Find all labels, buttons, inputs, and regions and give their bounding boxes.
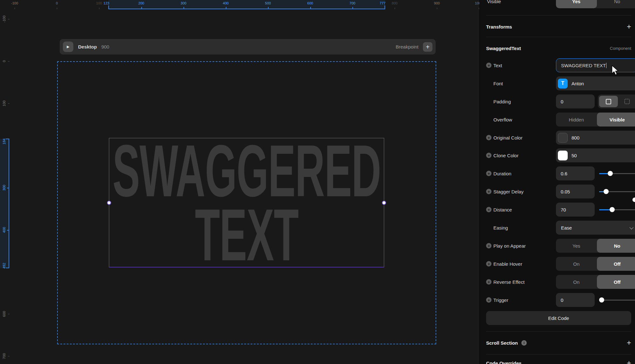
transforms-title: Transforms	[486, 24, 512, 29]
stagger-delay-slider[interactable]	[599, 185, 635, 198]
scroll-section-title: Scroll Section	[486, 340, 518, 346]
trigger-value: 0	[561, 297, 563, 303]
mouse-cursor	[612, 65, 621, 76]
clone-color-picker[interactable]: 50	[556, 148, 635, 162]
breakpoint-label: Breakpoint	[396, 44, 418, 49]
duration-value: 0.6	[561, 171, 567, 176]
visible-no-option[interactable]: No	[597, 0, 635, 8]
padding-uniform-option[interactable]	[599, 96, 618, 107]
overflow-hidden-option[interactable]: Hidden	[556, 113, 597, 127]
ruler-selection-range	[109, 0, 385, 10]
connect-property-icon[interactable]: +	[486, 171, 491, 176]
breakpoint-width[interactable]: 900	[101, 44, 109, 49]
ruler-tick-label: 800	[392, 1, 398, 5]
distance-input[interactable]: 70	[556, 203, 595, 217]
connect-property-icon[interactable]: +	[486, 207, 491, 212]
original-color-value: 800	[572, 135, 579, 140]
easing-value: Ease	[561, 225, 572, 231]
trigger-input[interactable]: 0	[556, 293, 595, 307]
padding-label: Padding	[493, 99, 511, 104]
distance-slider[interactable]	[599, 203, 635, 217]
panel-scrollbar-thumb[interactable]	[632, 198, 635, 202]
connect-property-icon[interactable]: +	[486, 261, 491, 267]
breakpoint-device-name[interactable]: Desktop	[78, 44, 97, 49]
ruler-tick-label: -100	[2, 16, 6, 23]
ruler-tick-label: 100	[96, 1, 102, 5]
trigger-slider[interactable]	[599, 293, 635, 307]
add-transform-icon[interactable]: +	[627, 23, 631, 30]
add-code-override-icon[interactable]: +	[627, 359, 631, 364]
ruler-tick-label: 700	[350, 1, 355, 5]
padding-individual-option[interactable]	[618, 96, 635, 107]
play-on-appear-no-option[interactable]: No	[597, 239, 635, 253]
easing-dropdown[interactable]: Ease	[556, 221, 635, 235]
padding-input[interactable]: 0	[556, 94, 595, 108]
connect-property-icon[interactable]: +	[486, 189, 491, 194]
ruler-tick-label: 0	[56, 1, 58, 5]
play-icon[interactable]: ▶	[63, 42, 73, 52]
component-name: SwaggeredText	[486, 46, 521, 51]
stagger-delay-input[interactable]: 0.05	[556, 185, 595, 198]
resize-handle-right[interactable]	[382, 201, 386, 205]
enable-hover-label: Enable Hover	[493, 261, 522, 267]
ruler-tick-label: 500	[265, 1, 271, 5]
row-trigger: + Trigger 0	[486, 293, 631, 307]
original-color-picker[interactable]: 800	[556, 131, 635, 145]
connect-property-icon[interactable]: +	[486, 153, 491, 158]
font-label: Font	[493, 81, 503, 86]
ruler-tick-label: 600	[307, 1, 313, 5]
connect-property-icon[interactable]: +	[486, 135, 491, 140]
add-scroll-section-icon[interactable]: +	[627, 339, 631, 347]
canvas-text-line-2: TEXT	[195, 198, 298, 272]
code-overrides-title: Code Overrides	[486, 361, 522, 364]
design-canvas[interactable]: -100 0 100 800 900 100 123 200 300 400 5…	[0, 0, 479, 364]
properties-panel: Visible Yes No Transforms + SwaggeredTex…	[479, 0, 635, 364]
reverse-effect-label: Reverse Effect	[493, 279, 525, 285]
breakpoint-bar[interactable]: ▶ Desktop 900 Breakpoint +	[60, 39, 436, 55]
text-input-value: SWAGGERED TEXT	[561, 63, 606, 68]
visible-label: Visible	[487, 0, 501, 4]
duration-input[interactable]: 0.6	[556, 166, 595, 180]
add-breakpoint-icon[interactable]: +	[423, 42, 432, 52]
enable-hover-segmented-control: On Off	[556, 257, 635, 271]
duration-slider[interactable]	[599, 166, 635, 180]
connect-property-icon[interactable]: +	[486, 63, 491, 68]
enable-hover-on-option[interactable]: On	[556, 257, 597, 271]
reverse-effect-off-option[interactable]: Off	[597, 275, 635, 289]
reverse-effect-segmented-control: On Off	[556, 275, 635, 289]
connect-property-icon[interactable]: +	[486, 279, 491, 285]
ruler-tick-label: 400	[2, 227, 6, 233]
reverse-effect-on-option[interactable]: On	[556, 275, 597, 289]
code-overrides-header: Code Overrides +	[486, 359, 631, 364]
stagger-delay-value: 0.05	[561, 189, 570, 194]
ruler-tick-label: 200	[138, 1, 144, 5]
text-label: Text	[493, 63, 502, 68]
clone-color-value: 50	[572, 153, 577, 158]
play-on-appear-yes-option[interactable]: Yes	[556, 239, 597, 253]
overflow-visible-option[interactable]: Visible	[597, 113, 635, 127]
distance-value: 70	[561, 207, 566, 212]
row-play-on-appear: + Play on Appear Yes No	[486, 239, 631, 253]
edit-code-button[interactable]: Edit Code	[486, 311, 631, 325]
connect-property-icon[interactable]: +	[486, 297, 491, 303]
original-color-swatch	[558, 133, 568, 143]
connect-property-icon[interactable]: +	[486, 243, 491, 249]
ruler-tick-label: 300	[181, 1, 186, 5]
visible-yes-option[interactable]: Yes	[556, 0, 597, 8]
font-name: Anton	[572, 81, 584, 86]
vertical-ruler: -100 0 100 600 700 184 300 400 492	[0, 0, 10, 364]
font-picker[interactable]: T Anton	[556, 76, 635, 90]
selected-component[interactable]: SWAGGERED TEXT	[109, 138, 384, 267]
info-icon[interactable]: i	[521, 340, 527, 346]
resize-handle-left[interactable]	[107, 201, 111, 205]
row-visible: Visible Yes No	[486, 0, 631, 8]
play-on-appear-segmented-control: Yes No	[556, 239, 635, 253]
duration-label: Duration	[493, 171, 511, 176]
original-color-label: Original Color	[493, 135, 523, 140]
enable-hover-off-option[interactable]: Off	[597, 257, 635, 271]
padding-mode-control	[598, 94, 635, 108]
clone-color-label: Clone Color	[493, 153, 518, 158]
text-input[interactable]: SWAGGERED TEXT	[556, 58, 635, 72]
ruler-tick-label: -100	[11, 1, 18, 5]
ruler-selection-range	[0, 139, 10, 268]
